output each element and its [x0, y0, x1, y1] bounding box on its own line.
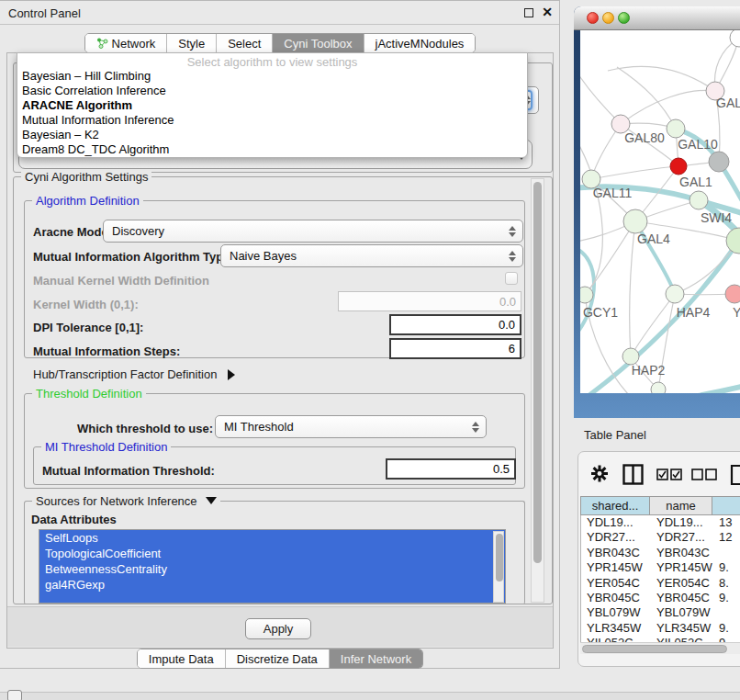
tab-network[interactable]: Network [85, 34, 167, 52]
algorithm-option[interactable]: Basic Correlation Inference [17, 84, 527, 98]
kernel-width-input[interactable] [338, 291, 521, 311]
table-row[interactable]: YBR045CYBR045C9. [581, 591, 740, 605]
collapsed-panel-icon[interactable] [7, 690, 22, 700]
settings-scrollbar-thumb[interactable] [533, 182, 542, 563]
float-icon[interactable] [524, 8, 533, 17]
algorithm-option[interactable]: Bayesian – K2 [17, 128, 527, 142]
network-node-gal10[interactable] [667, 119, 685, 138]
network-node[interactable] [726, 228, 740, 254]
column-header-shared[interactable]: shared... [580, 496, 650, 515]
column-header-name[interactable]: name [650, 496, 712, 515]
data-attribute-item[interactable]: gal4RGexp [39, 577, 505, 593]
close-traffic-light-icon[interactable] [587, 12, 599, 24]
table-cell: 13 [719, 515, 740, 530]
checked-boxes-icon[interactable] [656, 469, 682, 484]
mi-threshold-input[interactable] [386, 458, 516, 480]
algorithm-option[interactable]: Mutual Information Inference [17, 113, 527, 128]
table-row[interactable]: YLR345WYLR345W9. [581, 621, 740, 636]
network-node[interactable] [730, 30, 740, 47]
tab-cyni-toolbox[interactable]: Cyni Toolbox [272, 34, 363, 52]
table-cell: YDR27... [656, 530, 713, 545]
aracne-mode-combo[interactable]: Discovery [103, 220, 523, 243]
combo-spinner-icon[interactable] [472, 422, 480, 433]
dropdown-prompt: Select algorithm to view settings [17, 55, 527, 69]
dpi-tolerance-label: DPI Tolerance [0,1]: [33, 321, 143, 334]
table-row[interactable]: YER054CYER054C8. [581, 576, 740, 591]
algorithm-option[interactable]: ARACNE Algorithm [17, 98, 527, 113]
node-label: GAL10 [678, 137, 718, 152]
table-row[interactable]: YBL079WYBL079W [581, 605, 740, 620]
network-graph: GALGAL80GAL10GAL1GAL11SWI4GAL4GCY1HAP4YH… [580, 30, 740, 393]
node-label: GAL11 [593, 186, 633, 200]
network-node-gal4[interactable] [623, 209, 647, 233]
aracne-mode-label: Aracne Mode: [33, 225, 112, 239]
node-label: GAL1 [679, 175, 712, 189]
network-canvas[interactable]: GALGAL80GAL10GAL1GAL11SWI4GAL4GCY1HAP4YH… [580, 30, 740, 393]
unchecked-boxes-icon[interactable] [691, 469, 717, 484]
table-cell: 9. [719, 591, 740, 605]
tab-infer-network[interactable]: Infer Network [329, 649, 422, 668]
node-label: GCY1 [583, 305, 618, 320]
table-cell: YBL079W [587, 605, 651, 620]
table-row[interactable]: YIL052CYIL052C9. [581, 636, 740, 642]
data-attribute-item[interactable]: TopologicalCoefficient [39, 546, 505, 561]
table-row[interactable]: YDL19...YDL19...13 [581, 515, 740, 530]
table-cell: YIL052C [587, 636, 651, 642]
apply-button[interactable]: Apply [245, 618, 311, 639]
table-cell: YDL19... [656, 515, 713, 530]
table-hscrollbar-thumb[interactable] [582, 645, 727, 653]
sources-title[interactable]: Sources for Network Inference [32, 494, 220, 508]
data-attribute-item[interactable]: SelfLoops [39, 530, 505, 546]
minimize-traffic-light-icon[interactable] [602, 12, 614, 24]
table-row[interactable]: YPR145WYPR145W9. [581, 560, 740, 575]
network-node-gcy1[interactable] [580, 287, 593, 303]
network-node[interactable] [709, 152, 729, 172]
gear-icon[interactable] [590, 464, 609, 486]
network-edge [668, 385, 740, 393]
data-attributes-list[interactable]: SelfLoopsTopologicalCoefficientBetweenne… [39, 529, 506, 604]
table-row[interactable]: YDR27...YDR27...12 [581, 530, 740, 545]
manual-kernel-checkbox[interactable] [505, 272, 518, 285]
network-node-y[interactable] [725, 285, 740, 303]
split-columns-icon[interactable] [622, 464, 644, 488]
which-threshold-combo[interactable]: MI Threshold [215, 415, 487, 438]
table-panel-title: Table Panel [584, 428, 646, 442]
attributes-scrollbar-thumb[interactable] [496, 534, 503, 581]
network-window-titlebar [574, 6, 740, 30]
network-node-swi4[interactable] [690, 191, 708, 209]
table-hscrollbar[interactable] [580, 642, 740, 654]
toolbox-tabbar: NetworkStyleSelectCyni ToolboxjActiveMNo… [0, 33, 560, 53]
tab-jactivemnodules[interactable]: jActiveMNodules [364, 34, 476, 52]
combo-spinner-icon[interactable] [509, 226, 517, 237]
algorithm-option[interactable]: Bayesian – Hill Climbing [17, 69, 527, 84]
close-icon[interactable]: ✕ [542, 5, 553, 19]
network-node-hap4[interactable] [666, 285, 684, 303]
tab-discretize-data[interactable]: Discretize Data [225, 649, 329, 668]
network-node-gal1[interactable] [670, 158, 687, 175]
table-cell: 9. [719, 636, 740, 642]
data-attribute-item[interactable]: BetweennessCentrality [39, 561, 505, 577]
tab-style[interactable]: Style [166, 34, 216, 52]
node-label: GAL [716, 96, 740, 110]
panel-title: Control Panel [8, 6, 81, 20]
dpi-tolerance-input[interactable] [389, 314, 521, 335]
combo-spinner-icon[interactable] [509, 251, 517, 262]
table-row[interactable]: YBR043CYBR043C [581, 546, 740, 560]
tab-label: Select [228, 37, 261, 51]
hub-definition-label: Hub/Transcription Factor Definition [33, 367, 217, 381]
column-header-2[interactable] [712, 496, 740, 515]
settings-scrollbar[interactable] [531, 178, 544, 603]
network-node[interactable] [651, 382, 666, 393]
attributes-scrollbar[interactable] [493, 531, 504, 603]
algorithm-option[interactable]: Dream8 DC_TDC Algorithm [17, 142, 527, 157]
manual-kernel-label: Manual Kernel Width Definition [33, 274, 209, 288]
tab-impute-data[interactable]: Impute Data [138, 649, 225, 668]
mi-steps-input[interactable] [389, 338, 521, 359]
tab-select[interactable]: Select [216, 34, 272, 52]
data-attributes-label: Data Attributes [31, 513, 117, 526]
hub-definition-expander[interactable]: Hub/Transcription Factor Definition [33, 367, 235, 381]
zoom-traffic-light-icon[interactable] [618, 12, 630, 24]
threshold-definition-title: Threshold Definition [32, 387, 146, 401]
mi-type-combo[interactable]: Naive Bayes [220, 244, 523, 267]
page-icon[interactable] [730, 464, 740, 489]
